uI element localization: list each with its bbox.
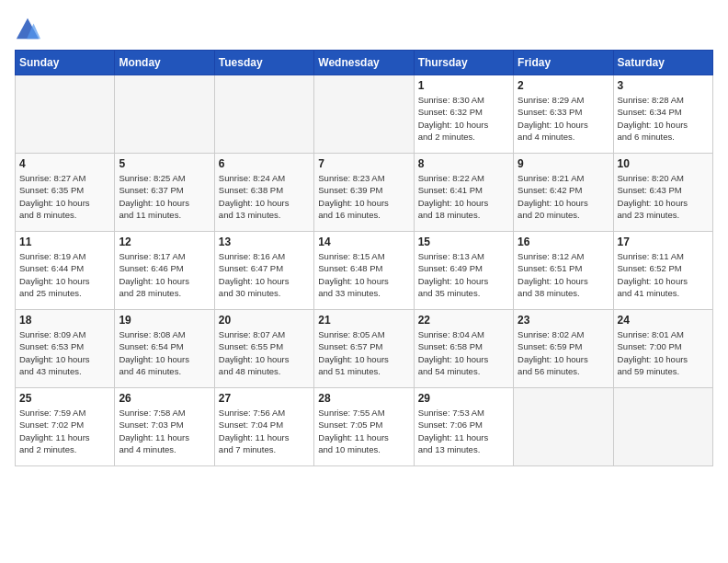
week-row-1: 1Sunrise: 8:30 AM Sunset: 6:32 PM Daylig…: [16, 75, 713, 154]
day-info: Sunrise: 8:12 AM Sunset: 6:51 PM Dayligh…: [518, 250, 609, 299]
day-number: 4: [19, 157, 110, 170]
day-info: Sunrise: 8:08 AM Sunset: 6:54 PM Dayligh…: [119, 328, 210, 377]
day-info: Sunrise: 8:25 AM Sunset: 6:37 PM Dayligh…: [119, 172, 210, 221]
day-cell: 26Sunrise: 7:58 AM Sunset: 7:03 PM Dayli…: [115, 388, 214, 466]
day-info: Sunrise: 8:27 AM Sunset: 6:35 PM Dayligh…: [19, 172, 110, 221]
week-row-3: 11Sunrise: 8:19 AM Sunset: 6:44 PM Dayli…: [16, 232, 713, 310]
day-info: Sunrise: 7:58 AM Sunset: 7:03 PM Dayligh…: [119, 407, 210, 455]
day-cell: [314, 75, 414, 154]
day-info: Sunrise: 8:13 AM Sunset: 6:49 PM Dayligh…: [418, 250, 509, 299]
day-number: 16: [518, 236, 609, 248]
header-cell-tuesday: Tuesday: [214, 51, 313, 75]
day-info: Sunrise: 8:04 AM Sunset: 6:58 PM Dayligh…: [418, 328, 509, 377]
day-number: 17: [618, 236, 709, 248]
day-number: 22: [418, 314, 509, 327]
day-number: 29: [418, 392, 509, 405]
day-cell: [214, 75, 313, 154]
logo: [15, 15, 42, 42]
day-info: Sunrise: 7:55 AM Sunset: 7:05 PM Dayligh…: [318, 407, 409, 455]
day-cell: 16Sunrise: 8:12 AM Sunset: 6:51 PM Dayli…: [514, 232, 613, 310]
day-cell: 3Sunrise: 8:28 AM Sunset: 6:34 PM Daylig…: [613, 75, 712, 154]
header-cell-saturday: Saturday: [613, 51, 712, 75]
day-number: 19: [119, 314, 210, 327]
day-info: Sunrise: 8:19 AM Sunset: 6:44 PM Dayligh…: [19, 250, 110, 299]
day-number: 24: [618, 314, 709, 327]
day-number: 3: [618, 79, 709, 92]
day-cell: 8Sunrise: 8:22 AM Sunset: 6:41 PM Daylig…: [414, 154, 513, 232]
day-info: Sunrise: 8:17 AM Sunset: 6:46 PM Dayligh…: [119, 250, 210, 299]
day-info: Sunrise: 8:11 AM Sunset: 6:52 PM Dayligh…: [618, 250, 709, 299]
header-cell-thursday: Thursday: [414, 51, 513, 75]
day-info: Sunrise: 8:22 AM Sunset: 6:41 PM Dayligh…: [418, 172, 509, 221]
day-info: Sunrise: 8:29 AM Sunset: 6:33 PM Dayligh…: [518, 94, 609, 143]
week-row-4: 18Sunrise: 8:09 AM Sunset: 6:53 PM Dayli…: [16, 310, 713, 388]
day-number: 13: [219, 236, 310, 248]
day-cell: 13Sunrise: 8:16 AM Sunset: 6:47 PM Dayli…: [214, 232, 313, 310]
day-cell: 23Sunrise: 8:02 AM Sunset: 6:59 PM Dayli…: [514, 310, 613, 388]
day-info: Sunrise: 8:05 AM Sunset: 6:57 PM Dayligh…: [318, 328, 409, 377]
day-info: Sunrise: 8:07 AM Sunset: 6:55 PM Dayligh…: [219, 328, 310, 377]
day-cell: 11Sunrise: 8:19 AM Sunset: 6:44 PM Dayli…: [16, 232, 115, 310]
day-number: 26: [119, 392, 210, 405]
day-number: 23: [518, 314, 609, 327]
header-row: SundayMondayTuesdayWednesdayThursdayFrid…: [16, 51, 713, 75]
day-cell: 27Sunrise: 7:56 AM Sunset: 7:04 PM Dayli…: [214, 388, 313, 466]
day-number: 27: [219, 392, 310, 405]
day-cell: [115, 75, 214, 154]
day-cell: 4Sunrise: 8:27 AM Sunset: 6:35 PM Daylig…: [16, 154, 115, 232]
header-cell-monday: Monday: [115, 51, 214, 75]
day-info: Sunrise: 8:15 AM Sunset: 6:48 PM Dayligh…: [318, 250, 409, 299]
header-cell-sunday: Sunday: [16, 51, 115, 75]
day-cell: 1Sunrise: 8:30 AM Sunset: 6:32 PM Daylig…: [414, 75, 513, 154]
day-number: 25: [19, 392, 110, 405]
day-number: 7: [318, 157, 409, 170]
day-cell: [514, 388, 613, 466]
calendar-table: SundayMondayTuesdayWednesdayThursdayFrid…: [15, 50, 713, 466]
day-cell: 20Sunrise: 8:07 AM Sunset: 6:55 PM Dayli…: [214, 310, 313, 388]
day-info: Sunrise: 8:21 AM Sunset: 6:42 PM Dayligh…: [518, 172, 609, 221]
day-cell: 21Sunrise: 8:05 AM Sunset: 6:57 PM Dayli…: [314, 310, 414, 388]
day-number: 8: [418, 157, 509, 170]
day-info: Sunrise: 8:16 AM Sunset: 6:47 PM Dayligh…: [219, 250, 310, 299]
day-number: 1: [418, 79, 509, 92]
day-info: Sunrise: 8:24 AM Sunset: 6:38 PM Dayligh…: [219, 172, 310, 221]
day-number: 11: [19, 236, 110, 248]
day-cell: 12Sunrise: 8:17 AM Sunset: 6:46 PM Dayli…: [115, 232, 214, 310]
day-number: 28: [318, 392, 409, 405]
day-number: 15: [418, 236, 509, 248]
day-info: Sunrise: 8:23 AM Sunset: 6:39 PM Dayligh…: [318, 172, 409, 221]
logo-icon: [15, 17, 40, 42]
day-number: 5: [119, 157, 210, 170]
day-info: Sunrise: 8:20 AM Sunset: 6:43 PM Dayligh…: [618, 172, 709, 221]
day-info: Sunrise: 8:30 AM Sunset: 6:32 PM Dayligh…: [418, 94, 509, 143]
calendar-body: 1Sunrise: 8:30 AM Sunset: 6:32 PM Daylig…: [16, 75, 713, 466]
day-cell: 28Sunrise: 7:55 AM Sunset: 7:05 PM Dayli…: [314, 388, 414, 466]
week-row-2: 4Sunrise: 8:27 AM Sunset: 6:35 PM Daylig…: [16, 154, 713, 232]
day-cell: [613, 388, 712, 466]
page-header: [15, 15, 713, 42]
header-cell-friday: Friday: [514, 51, 613, 75]
day-cell: 15Sunrise: 8:13 AM Sunset: 6:49 PM Dayli…: [414, 232, 513, 310]
day-number: 9: [518, 157, 609, 170]
day-info: Sunrise: 8:28 AM Sunset: 6:34 PM Dayligh…: [618, 94, 709, 143]
day-number: 12: [119, 236, 210, 248]
day-cell: 14Sunrise: 8:15 AM Sunset: 6:48 PM Dayli…: [314, 232, 414, 310]
day-cell: 17Sunrise: 8:11 AM Sunset: 6:52 PM Dayli…: [613, 232, 712, 310]
day-cell: [16, 75, 115, 154]
day-number: 6: [219, 157, 310, 170]
calendar-header: SundayMondayTuesdayWednesdayThursdayFrid…: [16, 51, 713, 75]
day-info: Sunrise: 7:56 AM Sunset: 7:04 PM Dayligh…: [219, 407, 310, 455]
day-number: 20: [219, 314, 310, 327]
day-info: Sunrise: 7:59 AM Sunset: 7:02 PM Dayligh…: [19, 407, 110, 455]
day-cell: 6Sunrise: 8:24 AM Sunset: 6:38 PM Daylig…: [214, 154, 313, 232]
day-info: Sunrise: 8:01 AM Sunset: 7:00 PM Dayligh…: [618, 328, 709, 377]
day-info: Sunrise: 8:02 AM Sunset: 6:59 PM Dayligh…: [518, 328, 609, 377]
day-cell: 2Sunrise: 8:29 AM Sunset: 6:33 PM Daylig…: [514, 75, 613, 154]
day-cell: 9Sunrise: 8:21 AM Sunset: 6:42 PM Daylig…: [514, 154, 613, 232]
week-row-5: 25Sunrise: 7:59 AM Sunset: 7:02 PM Dayli…: [16, 388, 713, 466]
day-cell: 18Sunrise: 8:09 AM Sunset: 6:53 PM Dayli…: [16, 310, 115, 388]
day-number: 2: [518, 79, 609, 92]
day-cell: 19Sunrise: 8:08 AM Sunset: 6:54 PM Dayli…: [115, 310, 214, 388]
day-cell: 7Sunrise: 8:23 AM Sunset: 6:39 PM Daylig…: [314, 154, 414, 232]
day-info: Sunrise: 7:53 AM Sunset: 7:06 PM Dayligh…: [418, 407, 509, 455]
